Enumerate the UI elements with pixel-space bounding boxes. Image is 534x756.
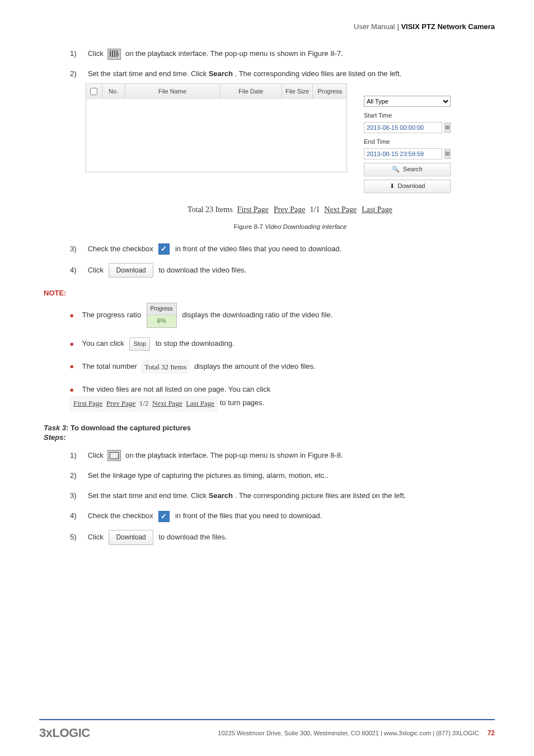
page-header: User Manual | VISIX PTZ Network Camera: [39, 22, 495, 31]
progress-header: Progress: [147, 303, 176, 315]
footer-text: 10225 Westmoor Drive, Suite 300, Westmin…: [218, 729, 495, 737]
note-c-t1: The total number: [82, 362, 139, 370]
b1-t1: Click: [88, 451, 106, 459]
prev-page-link[interactable]: Prev Page: [274, 205, 305, 214]
step-2: 2) Set the start time and end time. Clic…: [70, 68, 495, 233]
footer-address: 10225 Westmoor Drive, Suite 300, Westmin…: [218, 730, 479, 736]
file-list-table: No. File Name File Date File Size Progre…: [86, 83, 347, 172]
note-b-t1: You can click: [82, 339, 126, 348]
pagination-row: Total 23 Items First Page Prev Page 1/1 …: [86, 203, 495, 217]
download-button[interactable]: ⬇ Download: [364, 180, 451, 193]
note-d-t1: The video files are not all listed on on…: [82, 385, 270, 393]
pager-strip: First Page Prev Page 1/2 Next Page Last …: [70, 396, 218, 411]
figure-caption: Figure 8-7 Video Downloading interface: [86, 222, 495, 233]
calendar-icon[interactable]: ▦: [444, 149, 451, 159]
step-4-t2: to download the video files.: [158, 266, 246, 274]
b-step-5: 5) Click Download to download the files.: [70, 530, 495, 544]
steps-label: Steps:: [44, 433, 495, 442]
col-file-size: File Size: [282, 84, 313, 99]
note-b-t2: to stop the downloading.: [156, 339, 235, 348]
file-list-body: [86, 99, 346, 172]
b3-bold: Search: [209, 491, 233, 500]
next-page-link[interactable]: Next Page: [324, 205, 357, 214]
first-page-link[interactable]: First Page: [237, 205, 269, 214]
note-heading: NOTE:: [44, 289, 495, 297]
b-step-1: 1) Click ↓ on the playback interface. Th…: [70, 449, 495, 462]
total-badge: Total 32 Items: [141, 360, 190, 374]
step-4-num: 4): [70, 264, 86, 276]
search-panel: All Type Start Time ▦ End Time ▦: [364, 83, 451, 192]
checkbox-icon: [158, 511, 170, 522]
video-download-icon: ↓: [107, 49, 121, 60]
file-list-header: No. File Name File Date File Size Progre…: [86, 84, 346, 99]
page-number: 72: [488, 729, 495, 737]
step-4-t1: Click: [88, 266, 106, 274]
step-2-t1: Set the start time and end time. Click: [88, 69, 209, 78]
checkbox-icon: [158, 243, 170, 255]
task-3-lead: Task 3: [44, 424, 66, 432]
search-button[interactable]: 🔍 Search: [364, 163, 451, 176]
step-2-num: 2): [70, 68, 86, 80]
b5-t2: to download the files.: [158, 533, 227, 541]
total-items: Total 23 Items: [188, 205, 233, 214]
b1-t2: on the playback interface. The pop-up me…: [125, 451, 343, 459]
progress-cell: Progress 6%: [147, 303, 177, 328]
step-1-num: 1): [70, 48, 86, 60]
b4-t2: in front of the files that you need to d…: [175, 511, 322, 520]
last-page-link[interactable]: Last Page: [362, 205, 392, 214]
b3-t2: . The corresponding picture files are li…: [235, 491, 406, 500]
step-4: 4) Click Download to download the video …: [70, 263, 495, 278]
end-time-input[interactable]: [364, 148, 442, 159]
step-2-t2: . The corresponding video files are list…: [235, 69, 402, 78]
step-1-t1: Click: [88, 49, 106, 58]
b-step-2: 2) Set the linkage type of capturing the…: [70, 469, 495, 482]
b3-num: 3): [70, 490, 86, 502]
pager-next: Next Page: [152, 399, 182, 407]
step-3-t2: in front of the video files that you nee…: [175, 245, 341, 253]
picture-download-icon: ↓: [107, 450, 121, 461]
download-button-label: Download: [398, 181, 425, 191]
header-bold: VISIX PTZ Network Camera: [401, 22, 495, 31]
page-position: 1/1: [310, 205, 320, 214]
note-progress: The progress ratio Progress 6% displays …: [70, 303, 495, 328]
b4-num: 4): [70, 510, 86, 522]
col-file-name: File Name: [125, 84, 221, 99]
download-inline-button: Download: [109, 263, 153, 278]
start-time-input[interactable]: [364, 122, 442, 133]
pager-first: First Page: [73, 399, 102, 407]
b2-num: 2): [70, 469, 86, 482]
step-3: 3) Check the checkbox in front of the vi…: [70, 243, 495, 255]
b1-num: 1): [70, 449, 86, 462]
brand-logo: 3xLOGIC: [39, 726, 90, 740]
header-div: |: [395, 22, 401, 31]
stop-inline-button: Stop: [129, 337, 150, 351]
b2-t: Set the linkage type of capturing the pi…: [88, 471, 329, 480]
task-3-rest: : To download the captured pictures: [66, 424, 191, 432]
b4-t1: Check the checkbox: [88, 511, 156, 520]
end-time-label: End Time: [364, 137, 451, 147]
select-all-checkbox[interactable]: [90, 88, 97, 95]
b5-t1: Click: [88, 533, 106, 541]
file-type-select[interactable]: All Type: [364, 96, 451, 107]
step-1: 1) Click ↓ on the playback interface. Th…: [70, 48, 495, 60]
pager-pos: 1/2: [139, 399, 149, 407]
task-3-heading: Task 3: To download the captured picture…: [44, 424, 495, 432]
col-file-date: File Date: [220, 84, 282, 99]
search-button-label: Search: [403, 164, 423, 175]
note-total: The total number Total 32 Items displays…: [70, 360, 495, 374]
search-icon: 🔍: [392, 164, 400, 175]
progress-value: 6%: [147, 315, 176, 327]
step-1-t2: on the playback interface. The pop-up me…: [125, 49, 343, 58]
col-checkbox: [86, 84, 102, 99]
b-step-3: 3) Set the start time and end time. Clic…: [70, 490, 495, 502]
figure-lead: Figure 8-7: [234, 223, 265, 230]
page-footer: 3xLOGIC 10225 Westmoor Drive, Suite 300,…: [39, 719, 495, 740]
note-d-t2: to turn pages.: [220, 399, 265, 407]
note-c-t2: displays the amount of the video files.: [194, 362, 316, 370]
b-step-4: 4) Check the checkbox in front of the fi…: [70, 510, 495, 522]
calendar-icon[interactable]: ▦: [444, 123, 451, 133]
pager-last: Last Page: [186, 399, 214, 407]
header-light: User Manual: [354, 22, 395, 31]
col-progress: Progress: [313, 84, 346, 99]
note-a-t1: The progress ratio: [82, 311, 143, 319]
